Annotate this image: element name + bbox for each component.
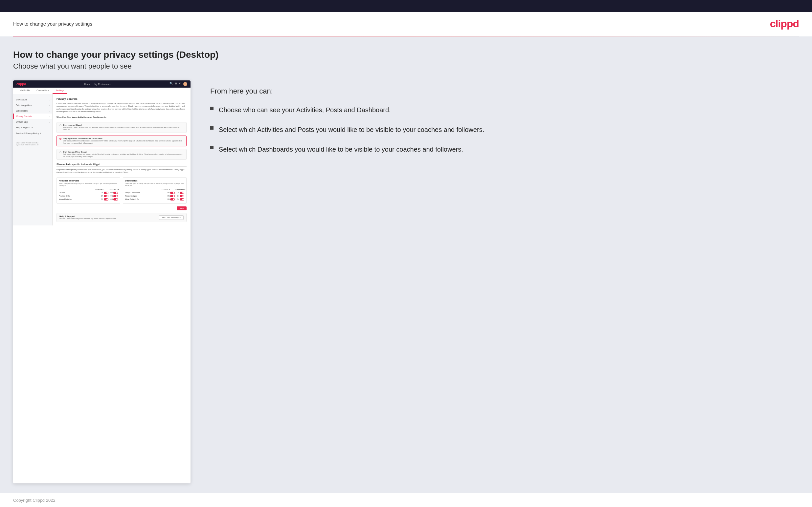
show-hide-desc: Regardless of the privacy controls that … — [56, 168, 187, 174]
app-version: Clippd Client Version: 2022.8.2SQL Serve… — [13, 139, 52, 148]
round-insights-followers-toggle[interactable]: ON — [177, 195, 184, 197]
bullet-icon-3 — [210, 146, 213, 149]
bullet-item-2: Select which Activities and Posts you wo… — [210, 125, 799, 134]
content-body: clippd Home My Performance 🔍 ⊞ ⚙ My Prof… — [13, 80, 799, 484]
page-title: How to change your privacy settings (Des… — [13, 50, 799, 60]
help-desc: Visit our Clippd community to troublesho… — [59, 218, 117, 220]
manual-activities-label: Manual Activities — [59, 198, 101, 200]
activities-section: Activities and Posts Select the types of… — [56, 177, 120, 204]
toggle-sections: Activities and Posts Select the types of… — [56, 177, 187, 204]
subnav-settings[interactable]: Settings — [53, 88, 67, 94]
manual-coaches-toggle[interactable]: ON — [101, 198, 109, 201]
bullet-item-1: Choose who can see your Activities, Post… — [210, 105, 799, 115]
dashboards-section: Dashboards Select the types of activity … — [123, 177, 187, 204]
radio-coach-only[interactable]: Only You and Your Coach Only you and the… — [56, 149, 187, 160]
subnav-my-profile[interactable]: My Profile — [16, 88, 33, 94]
notification-icon[interactable]: ⊞ — [175, 82, 177, 86]
radio-followers[interactable]: Only Approved Followers and Your Coach O… — [56, 135, 187, 146]
manual-followers-toggle[interactable]: ON — [110, 198, 118, 201]
chevron-right-icon: › — [49, 115, 50, 117]
followers-col-label: FOLLOWERS — [109, 189, 118, 191]
bullet-icon-2 — [210, 126, 213, 130]
rounds-coaches-toggle[interactable]: ON — [101, 192, 109, 194]
radio-dot-coach — [59, 151, 61, 153]
sidebar-label: Privacy Controls — [16, 115, 32, 117]
who-can-see-title: Who Can See Your Activities and Dashboar… — [56, 116, 187, 120]
top-bar — [0, 0, 812, 12]
dashboards-desc: Select the types of activity that you'd … — [125, 183, 184, 187]
sidebar-privacy-controls[interactable]: Privacy Controls › — [13, 114, 52, 119]
sidebar-service-privacy[interactable]: Service & Privacy Policy ↗ — [13, 130, 52, 136]
bullet-text-1: Choose who can see your Activities, Post… — [219, 105, 391, 115]
what-followers-toggle[interactable]: ON — [177, 198, 184, 201]
logo: clippd — [770, 18, 799, 30]
rounds-followers-toggle[interactable]: ON — [110, 192, 118, 194]
round-insights-coaches-toggle[interactable]: ON — [167, 195, 175, 197]
what-to-work-toggle-row: What To Work On ON ON — [125, 198, 184, 201]
practice-coaches-toggle[interactable]: ON — [101, 195, 109, 197]
activities-desc: Select the types of activity that you'd … — [59, 183, 118, 187]
activities-title: Activities and Posts — [59, 179, 118, 182]
app-content: My Account › Data Integrations › Subscri… — [13, 94, 191, 225]
sidebar-my-account[interactable]: My Account › — [13, 97, 52, 102]
radio-desc-followers: Only approved followers and coaches you … — [63, 140, 184, 145]
dashboards-title: Dashboards — [125, 179, 184, 182]
rounds-label: Rounds — [59, 192, 101, 193]
bullet-list: Choose who can see your Activities, Post… — [210, 105, 799, 154]
radio-label-everyone: Everyone on Clippd — [63, 124, 184, 126]
privacy-controls-title: Privacy Controls — [56, 98, 187, 100]
rounds-toggle-row: Rounds ON ON — [59, 192, 118, 194]
chevron-right-icon: › — [49, 110, 50, 112]
avatar[interactable] — [183, 82, 187, 86]
sidebar-label: Service & Privacy Policy ↗ — [16, 132, 41, 135]
sidebar-help-support[interactable]: Help & Support ↗ — [13, 125, 52, 130]
radio-desc-everyone: Everyone on Clippd can search for you an… — [63, 126, 184, 131]
bullet-text-2: Select which Activities and Posts you wo… — [219, 125, 484, 134]
visit-community-button[interactable]: Visit Our Community ↗ — [159, 215, 184, 220]
app-nav-links: Home My Performance — [85, 83, 111, 85]
followers-col-label-2: FOLLOWERS — [175, 189, 184, 191]
radio-label-coach: Only You and Your Coach — [63, 151, 184, 153]
player-coaches-toggle[interactable]: ON — [167, 192, 175, 194]
sidebar-data-integrations[interactable]: Data Integrations › — [13, 102, 52, 108]
search-icon[interactable]: 🔍 — [169, 82, 173, 86]
save-row: Save — [56, 207, 187, 210]
app-navbar: clippd Home My Performance 🔍 ⊞ ⚙ — [13, 80, 191, 88]
practice-followers-toggle[interactable]: ON — [110, 195, 118, 197]
practice-drills-toggle-row: Practice Drills ON ON — [59, 195, 118, 197]
coaches-col-label: COACHES — [95, 189, 104, 191]
player-followers-toggle[interactable]: ON — [177, 192, 184, 194]
app-subnav: My Profile Connections Settings — [13, 88, 191, 94]
save-button[interactable]: Save — [177, 207, 187, 210]
player-dashboard-toggle-row: Player Dashboard ON ON — [125, 192, 184, 194]
show-hide-title: Show or hide specific features in Clippd — [56, 163, 187, 167]
round-insights-toggle-row: Round Insights ON ON — [125, 195, 184, 197]
bullet-text-3: Select which Dashboards you would like t… — [219, 145, 463, 154]
radio-label-followers: Only Approved Followers and Your Coach — [63, 137, 184, 139]
sidebar-subscription[interactable]: Subscription › — [13, 108, 52, 114]
sidebar-my-golf-bag[interactable]: My Golf Bag › — [13, 119, 52, 125]
app-screenshot: clippd Home My Performance 🔍 ⊞ ⚙ My Prof… — [13, 80, 191, 225]
bullet-icon-1 — [210, 107, 213, 110]
page-subtitle: Choose what you want people to see — [13, 62, 799, 70]
coaches-col-label-2: COACHES — [161, 189, 170, 191]
from-here-title: From here you can: — [210, 87, 799, 96]
settings-icon[interactable]: ⚙ — [179, 82, 181, 86]
app-logo: clippd — [16, 82, 26, 86]
header-title: How to change your privacy settings — [13, 21, 92, 26]
radio-desc-coach: Only you and the coaches you connect wit… — [63, 153, 184, 158]
sidebar-label: Help & Support ↗ — [16, 126, 33, 129]
app-nav-icons: 🔍 ⊞ ⚙ — [169, 82, 187, 86]
chevron-right-icon: › — [49, 99, 50, 101]
radio-everyone[interactable]: Everyone on Clippd Everyone on Clippd ca… — [56, 122, 187, 133]
privacy-controls-desc: Control how you and your data appears to… — [56, 102, 187, 113]
nav-performance[interactable]: My Performance — [94, 83, 111, 85]
help-section: Help & Support Visit our Clippd communit… — [56, 213, 187, 222]
subnav-connections[interactable]: Connections — [33, 88, 53, 94]
chevron-right-icon: › — [49, 104, 50, 106]
what-coaches-toggle[interactable]: ON — [167, 198, 175, 201]
main-header: How to change your privacy settings clip… — [0, 12, 812, 36]
sidebar-label: Subscription — [16, 110, 28, 112]
footer-text: Copyright Clippd 2022 — [13, 498, 55, 503]
nav-home[interactable]: Home — [85, 83, 91, 85]
